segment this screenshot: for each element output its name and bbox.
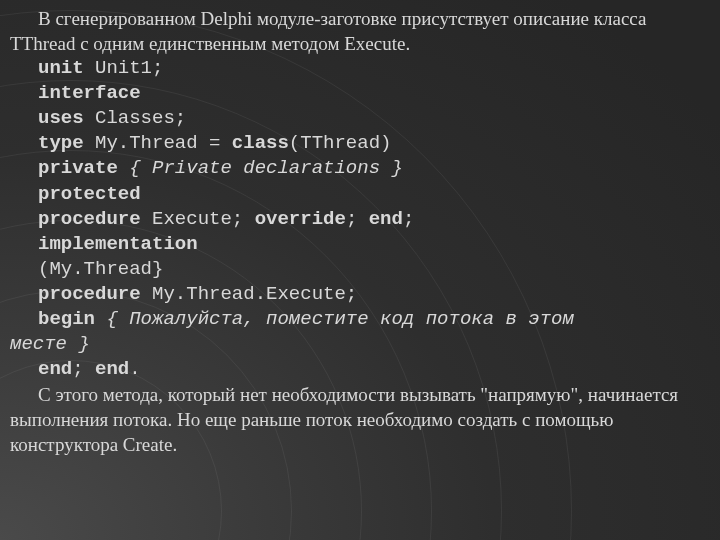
code-comment: месте } <box>10 333 90 355</box>
code-line-procedure-decl: procedure Execute; override; end; <box>10 207 710 232</box>
code-line-uses: uses Classes; <box>10 106 710 131</box>
keyword-end: end <box>38 358 72 380</box>
code-text: (TThread) <box>289 132 392 154</box>
code-text: Classes; <box>84 107 187 129</box>
code-line-implementation: implementation <box>10 232 710 257</box>
code-line-type: type My.Thread = class(TThread) <box>10 131 710 156</box>
code-text: Execute; <box>141 208 255 230</box>
code-text: Unit1; <box>84 57 164 79</box>
keyword-procedure: procedure <box>38 208 141 230</box>
keyword-class: class <box>232 132 289 154</box>
code-line-interface: interface <box>10 81 710 106</box>
code-line-begin: begin { Пожалуйста, поместите код потока… <box>10 307 710 332</box>
code-line-protected: protected <box>10 182 710 207</box>
code-line-comment-cont: месте } <box>10 332 710 357</box>
outro-paragraph: С этого метода, который нет необходимост… <box>10 382 710 457</box>
code-text: ; <box>72 358 95 380</box>
code-comment: { Пожалуйста, поместите код потока в это… <box>95 308 574 330</box>
keyword-procedure: procedure <box>38 283 141 305</box>
slide-content: В сгенерированном Delphi модуле-заготовк… <box>0 0 720 457</box>
keyword-begin: begin <box>38 308 95 330</box>
code-comment: { Private declarations } <box>118 157 403 179</box>
code-text: ; <box>346 208 369 230</box>
code-line-unit: unit Unit1; <box>10 56 710 81</box>
keyword-end: end <box>369 208 403 230</box>
keyword-private: private <box>38 157 118 179</box>
code-line-procedure-impl: procedure My.Thread.Execute; <box>10 282 710 307</box>
keyword-end: end <box>95 358 129 380</box>
code-text: ; <box>403 208 414 230</box>
keyword-interface: interface <box>38 82 141 104</box>
keyword-protected: protected <box>38 183 141 205</box>
code-line-end: end; end. <box>10 357 710 382</box>
keyword-uses: uses <box>38 107 84 129</box>
code-text: (My.Thread} <box>38 258 163 280</box>
keyword-implementation: implementation <box>38 233 198 255</box>
code-line-private: private { Private declarations } <box>10 156 710 181</box>
code-text: My.Thread = <box>84 132 232 154</box>
code-text: . <box>129 358 140 380</box>
keyword-unit: unit <box>38 57 84 79</box>
code-line-section: (My.Thread} <box>10 257 710 282</box>
intro-paragraph: В сгенерированном Delphi модуле-заготовк… <box>10 6 710 56</box>
keyword-override: override <box>255 208 346 230</box>
keyword-type: type <box>38 132 84 154</box>
code-text: My.Thread.Execute; <box>141 283 358 305</box>
